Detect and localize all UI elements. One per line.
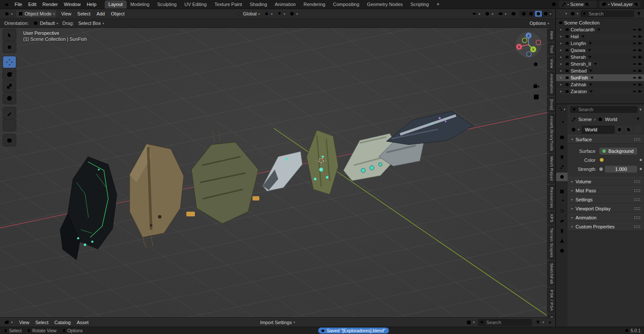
save-notification[interactable]: Saved "[Exploradores].blend"	[318, 328, 389, 334]
workspace-tab[interactable]: Texture Paint	[210, 0, 246, 9]
animate-strength-dot[interactable]	[640, 168, 642, 170]
color-swatch[interactable]	[599, 158, 604, 162]
menu-item[interactable]: Object	[108, 10, 128, 17]
properties-search-input[interactable]	[578, 107, 635, 112]
sidebar-tab[interactable]: View	[547, 56, 555, 71]
menu-item[interactable]: Select	[32, 319, 52, 326]
expand-arrow-icon[interactable]: ▸	[560, 83, 564, 86]
disable-in-renders-camera-icon[interactable]	[638, 89, 642, 94]
panel-drag-handle[interactable]	[634, 216, 640, 219]
xray-toggle[interactable]	[509, 10, 518, 17]
proportional-editing-dropdown[interactable]: ▾	[288, 10, 300, 17]
pivot-point-dropdown[interactable]: ▾	[262, 10, 274, 17]
blender-logo-icon[interactable]	[3, 2, 9, 7]
expand-arrow-icon[interactable]: ▸	[560, 49, 564, 52]
breadcrumb-world[interactable]: World	[605, 117, 617, 122]
panel-header-collapsed[interactable]: ▸ Viewport Display	[568, 204, 644, 213]
breadcrumb-scene[interactable]: Scene	[578, 117, 592, 122]
surface-shader-button[interactable]: Background	[599, 148, 637, 155]
panel-header-collapsed[interactable]: ▸ Animation	[568, 213, 644, 222]
menu-item[interactable]: View	[16, 319, 33, 326]
world-name-field[interactable]: World	[582, 126, 614, 134]
gizmo-z-label[interactable]: Z	[528, 34, 530, 38]
outliner-row[interactable]: ▸ Qaswa	[556, 47, 644, 54]
asset-filter-dropdown[interactable]: ▾	[534, 319, 546, 326]
disable-in-renders-camera-icon[interactable]	[638, 55, 642, 59]
hide-in-viewport-eye-icon[interactable]	[632, 62, 637, 66]
browse-world-dropdown[interactable]: ▾	[570, 127, 580, 133]
network-icon[interactable]	[551, 2, 556, 7]
orientation-dropdown[interactable]: Default▾	[31, 20, 60, 27]
new-view-layer-icon[interactable]	[634, 2, 638, 6]
tab-object-data[interactable]	[556, 237, 568, 245]
shading-solid-button[interactable]	[528, 11, 535, 17]
properties-editor-type-dropdown[interactable]: ▾	[558, 104, 565, 114]
annotate-tool-button[interactable]	[3, 107, 16, 119]
transform-tool-button[interactable]	[3, 92, 16, 104]
workspace-tab[interactable]: Animation	[271, 0, 300, 9]
panel-header-collapsed[interactable]: ▸ Custom Properties	[568, 222, 644, 231]
menu-item[interactable]: Catalog	[52, 319, 74, 326]
unlink-scene-icon[interactable]	[590, 2, 595, 6]
expand-arrow-icon[interactable]: ▸	[560, 28, 564, 31]
visibility-dropdown[interactable]: ▾	[470, 10, 482, 17]
expand-arrow-icon[interactable]: ▸	[560, 55, 564, 59]
panel-header-collapsed[interactable]: ▸ Settings	[568, 195, 644, 204]
disable-in-renders-camera-icon[interactable]	[638, 34, 642, 39]
tab-world[interactable]	[556, 173, 568, 181]
scene-selector[interactable]: ▾ Scene	[559, 1, 597, 8]
expand-arrow-icon[interactable]: ▸	[560, 76, 564, 79]
disable-in-renders-camera-icon[interactable]	[638, 82, 642, 87]
ship-model-2[interactable]	[130, 144, 184, 248]
sidebar-tab[interactable]: BCE	[547, 314, 555, 317]
outliner-search-field[interactable]	[580, 10, 634, 17]
add-workspace-button[interactable]: +	[434, 1, 443, 7]
overlays-dropdown[interactable]: ▾	[496, 10, 508, 17]
pan-hand-icon[interactable]	[533, 72, 540, 79]
outliner-row[interactable]: ▸ Hail	[556, 33, 644, 40]
asset-search-field[interactable]	[478, 319, 532, 326]
tab-render[interactable]	[556, 133, 568, 142]
ortho-grid-icon[interactable]	[533, 94, 540, 100]
options-dropdown[interactable]: Options▾	[528, 20, 551, 27]
drag-dropdown[interactable]: Select Box▾	[76, 20, 106, 27]
workspace-tab[interactable]: Compositing	[329, 0, 363, 9]
ship-model-8[interactable]	[386, 111, 473, 145]
panel-drag-handle[interactable]	[634, 189, 640, 192]
expand-arrow-icon[interactable]: ▸	[560, 35, 564, 38]
hide-in-viewport-eye-icon[interactable]	[632, 76, 637, 80]
menu-item[interactable]: Help	[84, 1, 100, 8]
outliner-row[interactable]: ▸ Zahhak	[556, 81, 644, 88]
sidebar-tab[interactable]: Item	[547, 28, 555, 42]
gizmos-dropdown[interactable]: ▾	[483, 10, 495, 17]
add-cube-tool-button[interactable]	[3, 134, 16, 146]
expand-arrow-icon[interactable]: ▸	[560, 62, 564, 66]
display-mode-dropdown[interactable]: ▾	[465, 319, 477, 326]
hide-in-viewport-eye-icon[interactable]	[632, 55, 637, 59]
import-settings-dropdown[interactable]: Import Settings▾	[258, 319, 297, 326]
workspace-tab[interactable]: Modeling	[127, 0, 154, 9]
tab-object[interactable]	[556, 187, 568, 196]
duplicate-world-icon[interactable]	[625, 126, 632, 134]
panel-drag-handle[interactable]	[634, 207, 640, 210]
display-mode-dropdown[interactable]: ▾	[569, 11, 580, 17]
workspace-tab[interactable]: Geometry Nodes	[363, 0, 407, 9]
hide-in-viewport-eye-icon[interactable]	[632, 41, 637, 46]
disable-in-renders-camera-icon[interactable]	[638, 76, 642, 80]
menu-item[interactable]: View	[58, 10, 74, 17]
menu-item[interactable]: Edit	[25, 1, 39, 8]
scale-tool-button[interactable]	[3, 80, 16, 92]
surface-panel-header[interactable]: ▾ Surface	[568, 135, 644, 144]
disable-in-renders-camera-icon[interactable]	[638, 69, 642, 73]
disable-in-renders-camera-icon[interactable]	[638, 27, 642, 32]
camera-view-icon[interactable]	[533, 83, 540, 90]
outliner-row[interactable]: ▸ Zaraton	[556, 88, 644, 95]
sidebar-tab[interactable]: Mesh Repair	[547, 154, 555, 184]
workspace-tab[interactable]: UV Editing	[180, 0, 210, 9]
new-scene-icon[interactable]	[585, 2, 589, 6]
strength-slider[interactable]: 1.000	[605, 166, 637, 173]
tab-view-layer[interactable]	[556, 153, 568, 161]
tab-scene[interactable]	[556, 163, 568, 171]
outliner-row[interactable]: ▸ Longfin	[556, 40, 644, 47]
sidebar-tab[interactable]: Tool	[547, 43, 555, 56]
